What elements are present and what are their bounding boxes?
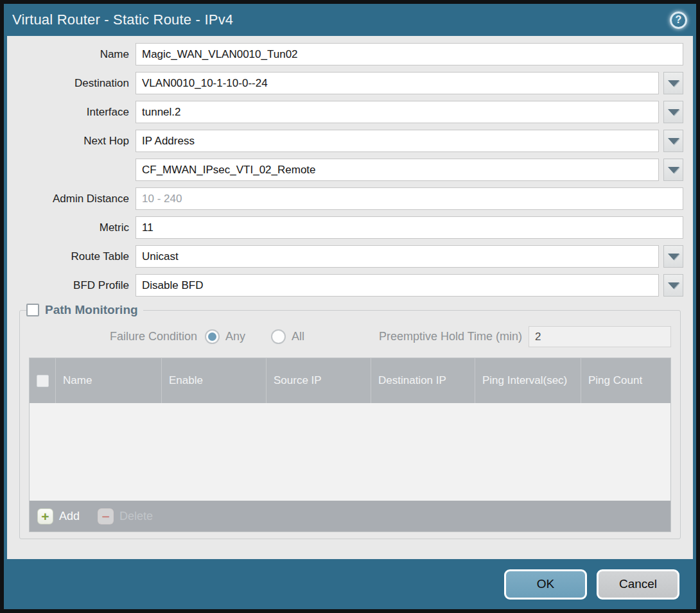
route-table-row: Route Table (17, 245, 683, 268)
next-hop-type-dropdown-button[interactable] (663, 130, 683, 152)
bfd-profile-label: BFD Profile (17, 279, 136, 292)
column-header-name: Name (55, 358, 161, 403)
column-header-destination-ip: Destination IP (371, 358, 475, 403)
next-hop-address-dropdown-button[interactable] (663, 159, 683, 181)
route-table-input[interactable] (136, 245, 659, 268)
chevron-down-icon (668, 109, 679, 116)
path-monitoring-checkbox[interactable] (26, 304, 39, 316)
name-row: Name (17, 43, 683, 65)
destination-input[interactable] (136, 72, 659, 94)
preemptive-hold-time-group: Preemptive Hold Time (min) (379, 326, 671, 347)
admin-distance-row: Admin Distance (17, 187, 683, 210)
destination-label: Destination (17, 77, 136, 90)
minus-icon: − (98, 508, 114, 524)
bfd-profile-row: BFD Profile (17, 274, 683, 297)
title-bar: Virtual Router - Static Route - IPv4 ? (4, 4, 696, 36)
dialog-content: Name Destination Interface (7, 36, 693, 559)
delete-button: − Delete (98, 508, 153, 524)
dialog-footer: OK Cancel (4, 559, 696, 609)
failure-condition-all-option: All (271, 329, 304, 344)
column-header-enable: Enable (161, 358, 266, 403)
admin-distance-input[interactable] (136, 187, 683, 210)
path-monitoring-table: Name Enable Source IP Destination IP Pin… (29, 358, 671, 532)
add-button[interactable]: + Add (37, 508, 80, 524)
destination-row: Destination (17, 72, 683, 94)
dialog-window: Virtual Router - Static Route - IPv4 ? N… (0, 0, 700, 613)
chevron-down-icon (668, 80, 679, 87)
help-icon[interactable]: ? (670, 12, 687, 29)
dialog-title: Virtual Router - Static Route - IPv4 (12, 12, 233, 28)
next-hop-address-input[interactable] (136, 159, 659, 181)
delete-button-label: Delete (119, 510, 153, 523)
failure-condition-label: Failure Condition (29, 330, 197, 343)
column-header-ping-count: Ping Count (581, 358, 670, 403)
cancel-button[interactable]: Cancel (597, 569, 679, 600)
plus-icon: + (37, 508, 53, 524)
interface-label: Interface (17, 106, 136, 119)
radio-all-label: All (292, 330, 304, 343)
destination-dropdown-button[interactable] (663, 72, 683, 94)
radio-selected-dot (208, 332, 216, 341)
add-button-label: Add (59, 510, 80, 523)
bfd-profile-input[interactable] (136, 274, 659, 297)
chevron-down-icon (668, 167, 679, 173)
radio-any-label: Any (225, 330, 245, 343)
ok-button[interactable]: OK (504, 569, 587, 600)
table-header-checkbox-cell (30, 358, 55, 403)
path-monitoring-title: Path Monitoring (45, 303, 138, 317)
next-hop-type-input[interactable] (136, 130, 659, 152)
radio-all (271, 329, 286, 344)
preemptive-hold-time-label: Preemptive Hold Time (min) (379, 330, 522, 343)
column-header-source-ip: Source IP (266, 358, 371, 403)
name-input[interactable] (136, 43, 683, 65)
table-body-empty (30, 403, 670, 501)
next-hop-row: Next Hop (17, 130, 683, 152)
metric-input[interactable] (136, 216, 683, 239)
route-table-label: Route Table (17, 250, 136, 263)
path-monitoring-group: Path Monitoring Failure Condition Any Al… (19, 303, 681, 539)
next-hop-address-row (17, 159, 683, 181)
chevron-down-icon (668, 254, 679, 260)
preemptive-hold-time-input (529, 326, 671, 347)
interface-dropdown-button[interactable] (663, 101, 683, 123)
admin-distance-label: Admin Distance (17, 193, 136, 205)
table-toolbar: + Add − Delete (30, 501, 670, 531)
failure-condition-any-option: Any (205, 329, 245, 344)
bfd-profile-dropdown-button[interactable] (663, 274, 683, 297)
radio-any (205, 329, 220, 344)
chevron-down-icon (668, 282, 679, 289)
next-hop-label: Next Hop (17, 135, 136, 148)
failure-condition-row: Failure Condition Any All Preemptive Hol… (29, 326, 671, 347)
table-header-row: Name Enable Source IP Destination IP Pin… (30, 358, 670, 403)
name-label: Name (17, 48, 136, 61)
chevron-down-icon (668, 138, 679, 144)
dialog-frame: Virtual Router - Static Route - IPv4 ? N… (4, 4, 696, 609)
interface-input[interactable] (136, 101, 659, 123)
select-all-checkbox (37, 375, 49, 387)
metric-row: Metric (17, 216, 683, 239)
metric-label: Metric (17, 221, 136, 234)
column-header-ping-interval: Ping Interval(sec) (475, 358, 581, 403)
path-monitoring-legend: Path Monitoring (26, 303, 143, 317)
interface-row: Interface (17, 101, 683, 123)
route-table-dropdown-button[interactable] (663, 245, 683, 268)
